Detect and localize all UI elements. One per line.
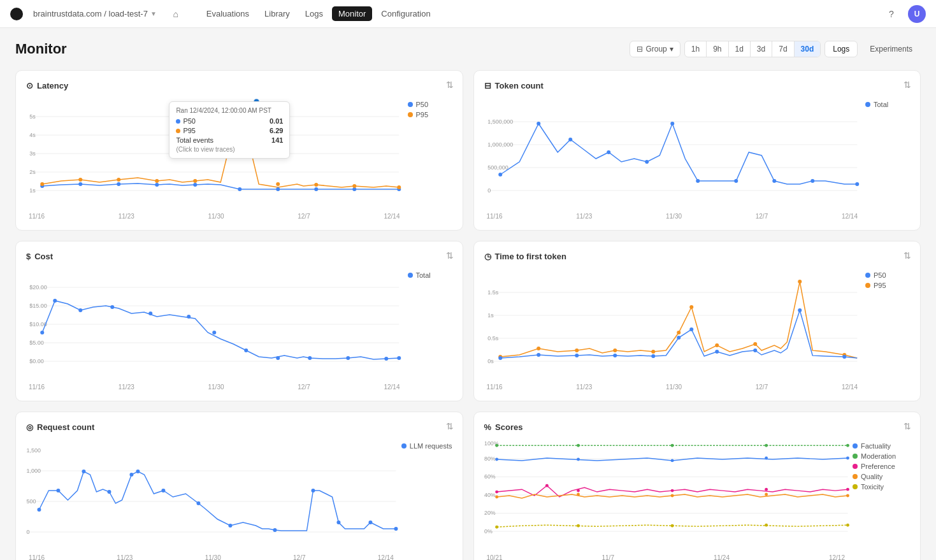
svg-point-89 [689, 305, 693, 309]
svg-text:1,500,000: 1,500,000 [487, 118, 513, 125]
svg-point-86 [613, 348, 617, 352]
time-1h[interactable]: 1h [685, 41, 707, 57]
svg-point-145 [765, 457, 768, 460]
legend-cost-dot [408, 273, 413, 278]
svg-point-23 [155, 179, 159, 183]
nav-monitor[interactable]: Monitor [332, 6, 372, 21]
ttft-chart-card: ◷ Time to first token ⇅ 0s 0.5s 1s 1.5s [473, 241, 921, 401]
cost-svg-container: $0.00 $5.00 $10.00 $15.00 $20.00 [26, 269, 403, 391]
view-experiments[interactable]: Experiments [861, 41, 921, 57]
legend-p50-ttft: P50 [865, 271, 910, 279]
legend-p50-dot [408, 102, 413, 107]
legend-total-token: Total [865, 101, 910, 108]
svg-point-90 [715, 343, 719, 347]
latency-chart-title: ⊙ Latency [26, 81, 452, 90]
tooltip-p95-dot [176, 129, 180, 133]
ttft-settings-icon[interactable]: ⇅ [904, 250, 911, 261]
time-7d[interactable]: 7d [772, 41, 794, 57]
group-label: Group [645, 45, 666, 54]
svg-point-124 [368, 521, 372, 524]
cost-settings-icon[interactable]: ⇅ [446, 250, 454, 261]
legend-total-dot [865, 102, 870, 107]
latency-icon: ⊙ [26, 81, 33, 90]
svg-point-121 [273, 528, 277, 532]
ttft-legend: P50 P95 [865, 269, 910, 289]
latency-legend: P50 P95 [408, 98, 452, 118]
cost-area: $0.00 $5.00 $10.00 $15.00 $20.00 [26, 269, 452, 391]
legend-toxicity: Toxicity [853, 483, 910, 491]
group-button[interactable]: ⊟ Group ▾ [630, 41, 680, 57]
ttft-icon: ◷ [484, 252, 491, 261]
scores-settings-icon[interactable]: ⇅ [904, 421, 911, 431]
svg-point-118 [161, 489, 165, 492]
svg-point-103 [798, 308, 802, 312]
time-9h[interactable]: 9h [707, 41, 728, 57]
svg-point-101 [715, 350, 719, 354]
svg-point-147 [495, 491, 498, 494]
svg-point-24 [193, 179, 197, 183]
token-x-axis: 11/16 11/23 11/30 12/7 12/14 [484, 213, 861, 220]
nav-configuration[interactable]: Configuration [375, 6, 436, 21]
nav-evaluations[interactable]: Evaluations [200, 6, 256, 21]
svg-point-66 [148, 312, 152, 315]
legend-llm-requests: LLM requests [401, 442, 452, 450]
svg-point-64 [78, 308, 82, 312]
svg-point-114 [82, 470, 85, 473]
svg-point-157 [846, 494, 849, 498]
svg-point-158 [495, 526, 498, 529]
svg-text:40%: 40% [484, 492, 496, 498]
svg-point-140 [765, 444, 768, 447]
time-range-selector: 1h 9h 1d 3d 7d 30d [684, 41, 821, 57]
latency-x-axis: 11/16 11/23 11/30 12/7 12/14 [26, 213, 403, 220]
svg-point-84 [536, 347, 540, 350]
svg-point-16 [276, 187, 280, 191]
nav-logs[interactable]: Logs [299, 6, 329, 21]
svg-point-43 [568, 138, 572, 141]
scores-legend: Factuality Moderation Preference Quality [853, 440, 910, 491]
request-icon: ◎ [26, 422, 33, 432]
main-nav: Evaluations Library Logs Monitor Configu… [200, 6, 437, 21]
scores-area: 0% 20% 40% 60% 80% 100% [484, 440, 911, 560]
tooltip-title: Ran 12/4/2024, 12:00:00 AM PST [176, 107, 283, 114]
nav-library[interactable]: Library [258, 6, 296, 21]
tooltip-note: (Click to view traces) [176, 146, 283, 153]
cost-svg: $0.00 $5.00 $10.00 $15.00 $20.00 [26, 269, 403, 380]
svg-point-139 [670, 444, 673, 447]
legend-p95-label: P95 [416, 111, 429, 118]
time-1d[interactable]: 1d [729, 41, 751, 57]
token-settings-icon[interactable]: ⇅ [904, 80, 911, 90]
time-3d[interactable]: 3d [751, 41, 772, 57]
svg-point-155 [670, 494, 673, 498]
view-logs[interactable]: Logs [824, 41, 858, 57]
svg-point-156 [765, 493, 768, 496]
ttft-title: ◷ Time to first token [484, 252, 911, 261]
svg-point-141 [846, 444, 849, 447]
svg-point-112 [37, 508, 41, 512]
svg-point-95 [536, 353, 540, 357]
svg-point-161 [765, 524, 768, 527]
svg-text:0: 0 [487, 187, 491, 194]
project-selector[interactable]: braintrustdata.com / load-test-7 ▼ [33, 9, 157, 18]
svg-point-41 [498, 173, 502, 176]
svg-text:$20.00: $20.00 [29, 284, 47, 291]
cost-legend: Total [408, 269, 452, 279]
svg-point-42 [536, 122, 540, 126]
legend-p95-dot [408, 112, 413, 117]
home-button[interactable]: ⌂ [167, 5, 185, 23]
avatar[interactable]: U [908, 5, 926, 23]
svg-text:1s: 1s [29, 187, 36, 194]
svg-point-51 [855, 182, 859, 186]
svg-point-98 [651, 354, 655, 358]
request-settings-icon[interactable]: ⇅ [446, 421, 454, 431]
svg-text:$5.00: $5.00 [29, 340, 44, 346]
svg-point-150 [670, 489, 673, 492]
latency-settings-icon[interactable]: ⇅ [446, 80, 454, 90]
svg-point-69 [244, 348, 248, 352]
help-button[interactable]: ? [882, 5, 900, 23]
page-header: Monitor ⊟ Group ▾ 1h 9h 1d 3d 7d 30d Log… [15, 41, 921, 57]
svg-point-50 [810, 179, 814, 183]
time-30d[interactable]: 30d [795, 41, 821, 57]
ttft-x-axis: 11/16 11/23 11/30 12/7 12/14 [484, 384, 861, 391]
svg-point-122 [311, 489, 315, 492]
svg-point-104 [842, 355, 846, 359]
